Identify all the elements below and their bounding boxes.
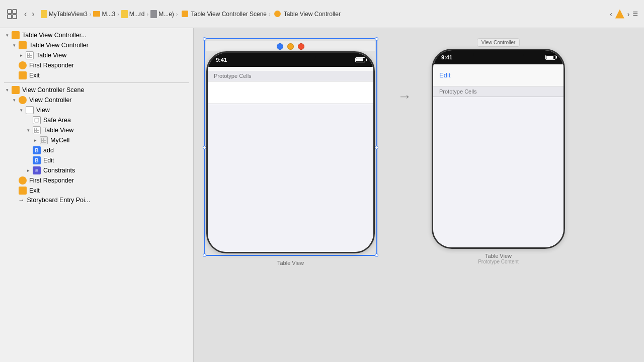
grid-view-icon[interactable] bbox=[6, 8, 18, 20]
breadcrumb-item-2[interactable]: M...3 bbox=[93, 11, 115, 18]
tree-item-tvc[interactable]: Table View Controller bbox=[0, 40, 193, 50]
label-mycell: MyCell bbox=[50, 137, 69, 144]
btn-red[interactable] bbox=[298, 43, 304, 50]
label-tvc-scene: Table View Controller... bbox=[22, 32, 87, 39]
battery-icon bbox=[355, 57, 365, 62]
tree-item-edit[interactable]: B Edit bbox=[0, 155, 193, 165]
tree-item-view[interactable]: View bbox=[0, 105, 193, 115]
phone2-frame: 9:41 Edit Prototype Cells bbox=[432, 49, 565, 249]
svg-rect-1 bbox=[13, 10, 17, 14]
label-fr1: First Responder bbox=[29, 62, 74, 69]
menu-button[interactable]: ≡ bbox=[632, 9, 638, 19]
chevron-tvc-scene bbox=[4, 32, 10, 38]
tree-item-table-view-2[interactable]: Table View bbox=[0, 125, 193, 135]
vc-label-text: View Controller bbox=[481, 40, 516, 45]
svg-rect-10 bbox=[37, 128, 39, 130]
phone1-nav-spacer bbox=[208, 67, 373, 71]
prev-issue-button[interactable]: ‹ bbox=[610, 10, 612, 18]
sel-dot-tl bbox=[203, 37, 206, 41]
icon-vc-scene bbox=[12, 86, 20, 94]
chevron-mycell bbox=[32, 137, 38, 143]
icon-safe bbox=[33, 116, 41, 124]
svg-rect-15 bbox=[42, 141, 44, 143]
vc-icon bbox=[274, 11, 281, 17]
file-icon-2 bbox=[121, 10, 128, 18]
label-edit: Edit bbox=[43, 157, 54, 164]
tree-item-first-responder-1[interactable]: First Responder bbox=[0, 60, 193, 70]
tree-item-add[interactable]: B add bbox=[0, 145, 193, 155]
phone2-notch-bar: 9:41 bbox=[433, 50, 564, 64]
btn-blue[interactable] bbox=[277, 43, 283, 50]
breadcrumb-item-4[interactable]: M...e) bbox=[150, 10, 174, 18]
cell-sep-3 bbox=[433, 97, 564, 97]
phone1-selection[interactable]: 9:41 Prototype Cells bbox=[204, 38, 377, 256]
svg-rect-11 bbox=[35, 131, 37, 133]
file-icon bbox=[41, 10, 47, 18]
tree-item-first-responder-2[interactable]: First Responder bbox=[0, 175, 193, 186]
toolbar-right: ‹ › ≡ bbox=[610, 9, 638, 19]
folder-icon bbox=[93, 11, 100, 17]
tree-item-vc[interactable]: View Controller bbox=[0, 95, 193, 105]
svg-rect-9 bbox=[35, 128, 37, 130]
phone1-notch bbox=[266, 53, 316, 63]
cell-sep-2 bbox=[208, 104, 373, 104]
breadcrumb-sep-5: › bbox=[269, 11, 271, 17]
tree-item-tvc-scene[interactable]: Table View Controller... bbox=[0, 30, 193, 40]
back-button[interactable]: ‹ bbox=[22, 9, 29, 20]
label-add: add bbox=[43, 147, 54, 154]
tree-item-exit-1[interactable]: Exit bbox=[0, 70, 193, 80]
svg-rect-3 bbox=[13, 15, 17, 19]
tree-item-storyboard-entry[interactable]: → Storyboard Entry Poi... bbox=[0, 196, 193, 205]
tree-item-constraints[interactable]: ⊞ Constraints bbox=[0, 165, 193, 175]
tree-item-mycell[interactable]: MyCell bbox=[0, 135, 193, 145]
battery-fill bbox=[356, 58, 363, 61]
tree-item-table-view[interactable]: Table View bbox=[0, 50, 193, 60]
cell-1 bbox=[208, 81, 373, 104]
chevron-constraints bbox=[25, 167, 31, 173]
chevron-tv2 bbox=[25, 127, 31, 133]
phone1-table-body bbox=[208, 81, 373, 252]
warning-icon bbox=[615, 10, 624, 19]
label-entry: Storyboard Entry Poi... bbox=[27, 197, 91, 204]
icon-fr2 bbox=[19, 176, 27, 185]
chevron-table-view bbox=[18, 52, 24, 58]
icon-table-view bbox=[26, 51, 34, 59]
tree-item-safe-area[interactable]: Safe Area bbox=[0, 115, 193, 125]
svg-rect-8 bbox=[35, 118, 39, 122]
phone2-edit-btn[interactable]: Edit bbox=[439, 71, 450, 79]
breadcrumb-label-1: MyTableView3 bbox=[49, 11, 88, 18]
label-fr2: First Responder bbox=[29, 177, 74, 184]
scene-icon bbox=[182, 11, 188, 17]
breadcrumb-item-6[interactable]: Table View Controller bbox=[273, 11, 341, 18]
phone2-label-main: Table View bbox=[478, 253, 519, 259]
breadcrumb-item-1[interactable]: MyTableView3 bbox=[41, 10, 88, 18]
breadcrumb-sep-3: › bbox=[147, 11, 149, 17]
next-issue-button[interactable]: › bbox=[627, 10, 630, 18]
tree-item-exit-2[interactable]: Exit bbox=[0, 186, 193, 196]
forward-button[interactable]: › bbox=[30, 9, 36, 20]
svg-rect-13 bbox=[42, 138, 44, 140]
icon-exit1 bbox=[19, 71, 27, 79]
sel-dot-br bbox=[375, 253, 378, 257]
svg-rect-5 bbox=[30, 53, 32, 55]
phone2-container: View Controller 9:41 Edit bbox=[432, 38, 565, 264]
icon-tv2 bbox=[33, 126, 41, 134]
tree-item-vc-scene[interactable]: View Controller Scene bbox=[0, 85, 193, 95]
label-table-view: Table View bbox=[36, 52, 66, 59]
sel-dot-tr bbox=[375, 37, 378, 41]
breadcrumb-label-5: Table View Controller Scene bbox=[191, 11, 267, 18]
label-tv2: Table View bbox=[43, 127, 73, 134]
breadcrumb: MyTableView3 › M...3 › M...rd › M...e) ›… bbox=[41, 10, 606, 18]
btn-orange[interactable] bbox=[287, 43, 294, 50]
sel-dot-bl bbox=[203, 253, 206, 257]
chevron-view bbox=[18, 107, 24, 113]
label-view: View bbox=[36, 107, 50, 114]
label-vc-scene: View Controller Scene bbox=[22, 86, 84, 94]
icon-vc bbox=[19, 96, 27, 104]
breadcrumb-item-5[interactable]: Table View Controller Scene bbox=[180, 11, 267, 18]
icon-add: B bbox=[33, 146, 41, 154]
phone2-time: 9:41 bbox=[441, 54, 452, 60]
phone2-table-body bbox=[433, 97, 564, 247]
breadcrumb-item-3[interactable]: M...rd bbox=[121, 10, 145, 18]
svg-rect-14 bbox=[44, 138, 46, 140]
